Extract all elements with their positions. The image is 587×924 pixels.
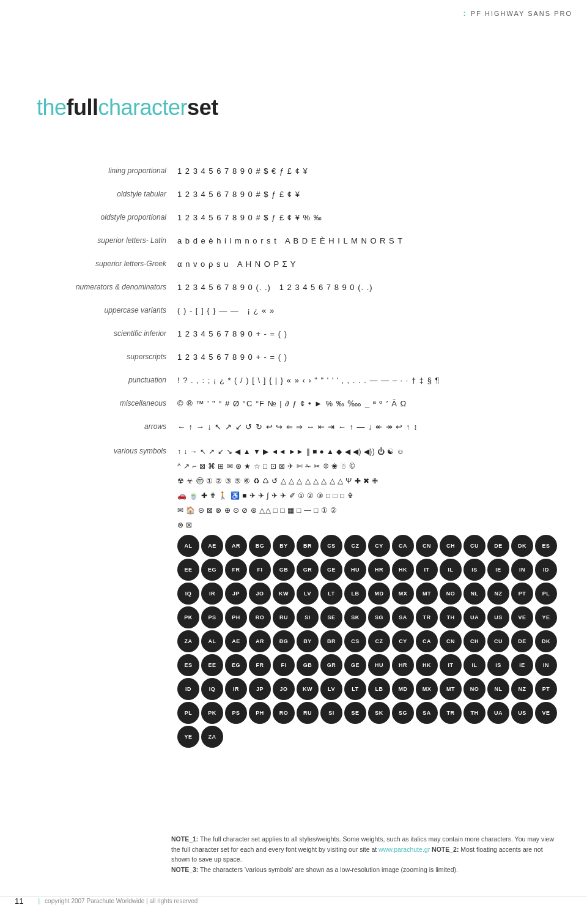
flag-circle-id: ID [535, 559, 557, 581]
flag-circle-gr: GR [320, 654, 342, 676]
note1-link[interactable]: www.parachute.gr [378, 846, 430, 853]
flag-circle-ph: PH [225, 606, 247, 628]
flag-circle-pl: PL [177, 702, 199, 724]
value-superior-latin: a b d e è h i l m n o r s t A B D E È H … [177, 235, 563, 248]
label-superscripts: superscripts [37, 351, 177, 361]
flag-circle-ae: AE [225, 630, 247, 652]
flag-circle-hk: HK [392, 559, 414, 581]
flag-circle-cy: CY [392, 630, 414, 652]
flag-circle-sk: SK [344, 606, 366, 628]
flag-circle-ph: PH [249, 702, 271, 724]
flag-circle-us: US [487, 606, 509, 628]
flag-circle-no: NO [440, 583, 462, 605]
flag-circle-th: TH [440, 606, 462, 628]
flag-circle-ye: YE [177, 726, 199, 748]
value-superscripts: 1 2 3 4 5 6 7 8 9 0 + - = ( ) [177, 351, 563, 364]
value-lining-proportional: 1 2 3 4 5 6 7 8 9 0 # $ € ƒ £ ¢ ¥ [177, 165, 563, 178]
flag-circle-lt: LT [320, 583, 342, 605]
label-various-symbols: various symbols [37, 444, 177, 455]
value-arrows: ← ↑ → ↓ ↖ ↗ ↙ ↺ ↻ ↩ ↪ ⇐ ⇒ ↔ ⇤ ⇥ ← ↑ — ↓ … [177, 421, 563, 434]
flag-circle-cu: CU [487, 630, 509, 652]
label-arrows: arrows [37, 421, 177, 431]
flag-circle-ye: YE [535, 606, 557, 628]
row-numerators: numerators & denominators 1 2 3 4 5 6 7 … [37, 281, 563, 299]
flag-circle-fr: FR [249, 654, 271, 676]
flag-circle-mt: MT [416, 583, 438, 605]
flag-circle-ca: CA [392, 535, 414, 557]
title-character: character [98, 95, 188, 120]
flag-circle-lv: LV [320, 678, 342, 700]
flag-circle-al: AL [201, 630, 223, 652]
header-bar: : PF HIGHWAY SANS PRO [463, 9, 573, 18]
flag-circle-gr: GR [297, 559, 319, 581]
flag-circle-sg: SG [392, 702, 414, 724]
value-punctuation: ! ? . , : ; ¡ ¿ * ( / ) [ \ ] { | } « » … [177, 374, 563, 387]
flag-circle-it: IT [440, 654, 462, 676]
flag-circle-iq: IQ [201, 678, 223, 700]
flag-circle-il: IL [463, 654, 485, 676]
flag-circle-no: NO [463, 678, 485, 700]
flag-circle-by: BY [273, 535, 295, 557]
flag-circle-sa: SA [392, 606, 414, 628]
row-uppercase-variants: uppercase variants ( ) - [ ] { } — — ¡ ¿… [37, 305, 563, 322]
label-uppercase-variants: uppercase variants [37, 305, 177, 315]
flag-circle-kw: KW [297, 678, 319, 700]
flag-circle-de: DE [487, 535, 509, 557]
main-title: thefullcharacterset [37, 95, 218, 121]
flag-circle-cn: CN [416, 535, 438, 557]
flag-circle-bg: BG [249, 535, 271, 557]
note2-label: NOTE_2: [432, 846, 459, 853]
flag-circle-br: BR [320, 630, 342, 652]
row-lining-proportional: lining proportional 1 2 3 4 5 6 7 8 9 0 … [37, 165, 563, 182]
flag-circle-hr: HR [368, 559, 390, 581]
flag-circle-nl: NL [463, 583, 485, 605]
flag-circle-cu: CU [463, 535, 485, 557]
flag-circle-lt: LT [344, 678, 366, 700]
flag-circle-sa: SA [416, 702, 438, 724]
flag-circle-ae: AE [201, 535, 223, 557]
flag-circle-bg: BG [273, 630, 295, 652]
flag-circle-eg: EG [225, 654, 247, 676]
flag-circle-ve: VE [535, 702, 557, 724]
value-oldstyle-proportional: 1 2 3 4 5 6 7 8 9 0 # $ ƒ £ ¢ ¥ % ‰ [177, 212, 563, 225]
flag-circle-nz: NZ [487, 583, 509, 605]
row-arrows: arrows ← ↑ → ↓ ↖ ↗ ↙ ↺ ↻ ↩ ↪ ⇐ ⇒ ↔ ⇤ ⇥ ←… [37, 421, 563, 438]
flag-circle-fi: FI [273, 654, 295, 676]
flag-circle-hu: HU [344, 559, 366, 581]
flag-circle-pk: PK [201, 702, 223, 724]
flag-circle-pt: PT [511, 583, 533, 605]
flag-circle-cn: CN [440, 630, 462, 652]
flag-circle-ca: CA [416, 630, 438, 652]
flag-circle-za: ZA [201, 726, 223, 748]
flag-circle-ar: AR [225, 535, 247, 557]
flag-circle-cz: CZ [344, 535, 366, 557]
flag-circle-ge: GE [320, 559, 342, 581]
flag-circle-th: TH [463, 702, 485, 724]
row-oldstyle-tabular: oldstyle tabular 1 2 3 4 5 6 7 8 9 0 # $… [37, 188, 563, 206]
flag-circle-br: BR [297, 535, 319, 557]
flag-circle-za: ZA [177, 630, 199, 652]
value-numerators: 1 2 3 4 5 6 7 8 9 0 (. .) 1 2 3 4 5 6 7 … [177, 281, 563, 294]
label-superior-greek: superior letters-Greek [37, 258, 177, 268]
flag-circle-ir: IR [201, 583, 223, 605]
flag-circle-md: MD [392, 678, 414, 700]
value-scientific-inferior: 1 2 3 4 5 6 7 8 9 0 + - = ( ) [177, 328, 563, 341]
flag-circle-jo: JO [249, 583, 271, 605]
row-scientific-inferior: scientific inferior 1 2 3 4 5 6 7 8 9 0 … [37, 328, 563, 345]
row-oldstyle-proportional: oldstyle proportional 1 2 3 4 5 6 7 8 9 … [37, 212, 563, 229]
flag-circle-fi: FI [249, 559, 271, 581]
flag-circle-ps: PS [201, 606, 223, 628]
flag-circle-md: MD [368, 583, 390, 605]
flag-circle-gb: GB [297, 654, 319, 676]
flag-circle-ir: IR [225, 678, 247, 700]
header-colon: : [463, 9, 467, 18]
note3-text: The characters 'various symbols' are sho… [200, 866, 458, 873]
flag-circle-hk: HK [416, 654, 438, 676]
note1-label: NOTE_1: [171, 835, 198, 843]
row-superior-latin: superior letters- Latin a b d e è h i l … [37, 235, 563, 252]
flag-circle-hu: HU [368, 654, 390, 676]
row-punctuation: punctuation ! ? . , : ; ¡ ¿ * ( / ) [ \ … [37, 374, 563, 392]
flag-circle-dk: DK [535, 630, 557, 652]
flag-circle-ro: RO [273, 702, 295, 724]
flag-circle-se: SE [344, 702, 366, 724]
